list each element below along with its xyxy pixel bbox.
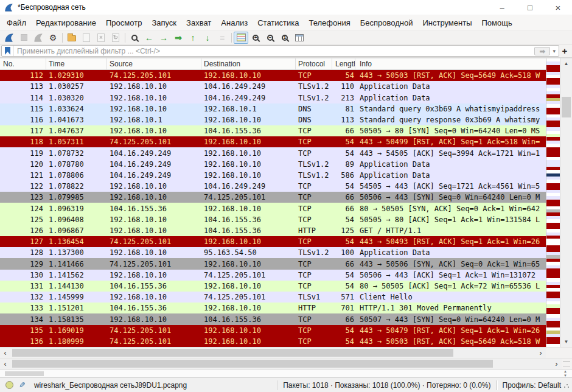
reload-file-icon[interactable]: ↻: [108, 32, 123, 44]
packet-row[interactable]: 1291.14146674.125.205.101192.168.10.10TC…: [0, 258, 546, 269]
packet-row[interactable]: 1261.096867192.168.10.10104.16.155.36HTT…: [0, 225, 546, 236]
hscroll1-right-arrow-icon[interactable]: ›: [535, 348, 546, 358]
expert-info-icon[interactable]: [5, 381, 13, 389]
menu-item-edit[interactable]: Редактирование: [31, 16, 101, 30]
apply-filter-button[interactable]: ➡: [534, 47, 550, 55]
auto-scroll-icon[interactable]: ≡: [215, 32, 229, 44]
column-header-info[interactable]: Info: [355, 58, 546, 69]
maximize-button[interactable]: □: [516, 0, 544, 15]
scroll-up-arrow-icon[interactable]: ▲: [560, 58, 572, 69]
menu-item-statistics[interactable]: Статистика: [253, 16, 304, 30]
start-capture-icon[interactable]: [2, 32, 16, 44]
cell-src: 104.16.155.36: [107, 304, 201, 312]
spinner-arrows-icon[interactable]: ▲▼: [563, 369, 567, 378]
menu-item-capture[interactable]: Захват: [181, 16, 216, 30]
packet-row[interactable]: 1361.18099974.125.205.101192.168.10.10TC…: [0, 336, 546, 347]
packet-row[interactable]: 1311.144130104.16.155.36192.168.10.10TCP…: [0, 281, 546, 292]
go-to-packet-icon[interactable]: ⇒: [171, 32, 186, 44]
go-forward-icon[interactable]: →: [156, 32, 171, 44]
zoom-out-icon[interactable]: −: [263, 32, 277, 44]
hscroll1-left-arrow-icon[interactable]: ‹: [0, 348, 10, 358]
go-first-packet-icon[interactable]: ↑: [186, 32, 200, 44]
packet-row[interactable]: 1321.145999192.168.10.1074.125.205.101TL…: [0, 292, 546, 303]
profile-label[interactable]: Профиль: Default: [503, 381, 562, 390]
add-filter-button[interactable]: +: [559, 46, 570, 56]
cell-dst: 192.168.10.10: [201, 205, 296, 213]
colorize-packets-icon[interactable]: [234, 32, 248, 44]
zoom-in-icon[interactable]: +: [248, 32, 263, 44]
cell-len: 125: [332, 226, 355, 235]
filter-dropdown-caret-icon[interactable]: ▾: [552, 48, 559, 54]
cell-proto: TCP: [296, 193, 332, 201]
display-filter-input[interactable]: Применить дисплейный фильтр ... <Ctrl-/>…: [1, 45, 559, 57]
hscroll1-thumb[interactable]: [12, 349, 453, 357]
minimize-button[interactable]: –: [488, 0, 516, 15]
zoom-reset-icon[interactable]: 1: [277, 32, 292, 44]
packet-row[interactable]: 1171.047637192.168.10.10104.16.155.36TCP…: [0, 125, 546, 136]
column-header-length[interactable]: Length: [332, 58, 355, 69]
stop-capture-icon[interactable]: [16, 32, 31, 44]
go-last-packet-icon[interactable]: ↓: [200, 32, 215, 44]
menu-item-view[interactable]: Просмотр: [101, 16, 147, 30]
packet-row[interactable]: 1151.033624192.168.10.10192.168.10.1DNS8…: [0, 103, 546, 114]
packet-row[interactable]: 1231.079985192.168.10.1074.125.205.101TC…: [0, 192, 546, 203]
menu-item-help[interactable]: Помощь: [477, 16, 517, 30]
packet-row[interactable]: 1191.078732104.16.249.249192.168.10.10TC…: [0, 147, 546, 158]
packet-row[interactable]: 1271.13645474.125.205.101192.168.10.10TC…: [0, 236, 546, 247]
packet-row[interactable]: 1251.096408192.168.10.10104.16.155.36TCP…: [0, 214, 546, 225]
cell-dst: 192.168.10.10: [201, 282, 296, 290]
secondary-hscrollbar[interactable]: ‹ ›: [0, 358, 572, 369]
cell-no: 120: [0, 160, 46, 169]
packet-row[interactable]: 1281.137300192.168.10.1095.163.54.50TLSv…: [0, 247, 546, 258]
menu-item-file[interactable]: Файл: [2, 16, 31, 30]
packet-row[interactable]: 1131.030257192.168.10.10104.16.249.249TL…: [0, 81, 546, 92]
save-file-icon[interactable]: [79, 32, 94, 44]
close-button[interactable]: ×: [544, 0, 572, 15]
packet-list-hscrollbar[interactable]: ‹ ›: [0, 347, 572, 358]
packet-row[interactable]: 1121.02931074.125.205.101192.168.10.10TC…: [0, 70, 546, 81]
menu-item-wireless[interactable]: Беспроводной: [355, 16, 418, 30]
cell-info: 443 → 50506 [SYN, ACK] Seq=0 Ack=1 Win=6…: [355, 260, 546, 268]
close-file-icon[interactable]: ×: [94, 32, 108, 44]
menu-item-tools[interactable]: Инструменты: [417, 16, 476, 30]
menu-item-telephony[interactable]: Телефония: [304, 16, 355, 30]
capture-options-icon[interactable]: ⚙: [46, 32, 60, 44]
find-packet-icon[interactable]: [127, 32, 142, 44]
open-file-icon[interactable]: [65, 32, 79, 44]
column-header-source[interactable]: Source: [107, 58, 201, 69]
packet-row[interactable]: 1301.141562192.168.10.1074.125.205.101TC…: [0, 270, 546, 281]
intelligent-scrollbar-minimap[interactable]: [546, 58, 560, 347]
menu-item-go[interactable]: Запуск: [147, 16, 181, 30]
filter-bookmark-button[interactable]: [2, 46, 14, 56]
hscroll2-left-arrow-icon[interactable]: ‹: [0, 359, 10, 369]
column-header-destination[interactable]: Destination: [201, 58, 296, 69]
column-header-protocol[interactable]: Protocol: [296, 58, 332, 69]
resize-columns-icon[interactable]: [292, 32, 307, 44]
menu-item-analyze[interactable]: Анализ: [216, 16, 253, 30]
hscroll2-thumb[interactable]: [12, 360, 493, 368]
packet-row[interactable]: 1331.151201104.16.155.36192.168.10.10HTT…: [0, 303, 546, 313]
capture-comment-icon[interactable]: ✎: [19, 380, 26, 390]
cell-src: 192.168.10.10: [107, 82, 201, 91]
packet-row[interactable]: 1181.05731174.125.205.101192.168.10.10TC…: [0, 136, 546, 147]
packet-row[interactable]: 1221.078822192.168.10.10104.16.249.249TC…: [0, 181, 546, 192]
column-header-no[interactable]: No.: [0, 58, 46, 69]
packet-row[interactable]: 1161.041673192.168.10.1192.168.10.10DNS1…: [0, 114, 546, 125]
packet-row[interactable]: 1241.096319104.16.155.36192.168.10.10TCP…: [0, 203, 546, 214]
vertical-scrollbar-thumb[interactable]: [562, 97, 571, 117]
packet-row[interactable]: 1201.078780104.16.249.249192.168.10.10TL…: [0, 159, 546, 170]
scroll-down-arrow-icon[interactable]: ▼: [560, 337, 572, 347]
window-resize-grip-icon[interactable]: [563, 382, 570, 388]
cell-no: 113: [0, 82, 46, 91]
cell-proto: TCP: [296, 271, 332, 279]
packet-row[interactable]: 1211.078806104.16.249.249192.168.10.10TL…: [0, 170, 546, 181]
restart-capture-icon[interactable]: [31, 32, 46, 44]
cell-no: 131: [0, 282, 46, 290]
packet-row[interactable]: 1351.16901974.125.205.101192.168.10.10TC…: [0, 325, 546, 336]
hscroll2-right-arrow-icon[interactable]: ›: [551, 359, 562, 369]
vertical-scrollbar[interactable]: ▲ ▼: [560, 58, 572, 347]
column-header-time[interactable]: Time: [46, 58, 107, 69]
packet-row[interactable]: 1341.158135192.168.10.10104.16.155.36TCP…: [0, 313, 546, 324]
go-back-icon[interactable]: ←: [142, 32, 156, 44]
packet-row[interactable]: 1141.030320192.168.10.10104.16.249.249TL…: [0, 92, 546, 103]
